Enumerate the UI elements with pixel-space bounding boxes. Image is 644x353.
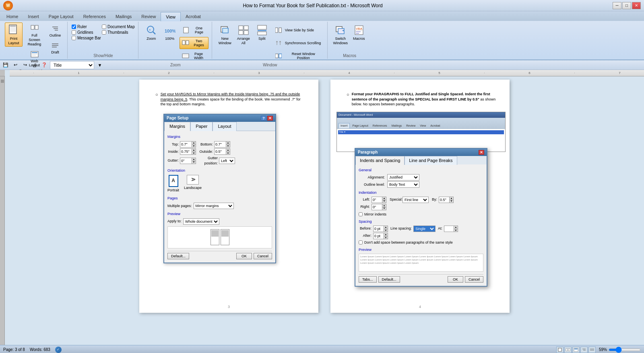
indent-left-input[interactable]: ▲ ▼ xyxy=(372,197,386,203)
tabs-button[interactable]: Tabs... xyxy=(359,276,377,283)
spacing-before-value[interactable] xyxy=(374,227,384,231)
margin-gutter-value[interactable] xyxy=(180,159,192,163)
redo-button[interactable]: ↪ xyxy=(21,61,29,69)
paper-tab[interactable]: Paper xyxy=(190,122,213,131)
page-width-button[interactable]: Page Width xyxy=(180,50,208,62)
tab-home[interactable]: Home xyxy=(2,12,23,21)
indent-left-value[interactable] xyxy=(372,198,382,202)
outline-level-select[interactable]: Body Text xyxy=(387,181,419,188)
close-button[interactable]: ✕ xyxy=(632,2,641,9)
document-map-checkbox[interactable]: Document Map xyxy=(102,24,135,29)
tab-references[interactable]: References xyxy=(78,12,111,21)
print-layout-button[interactable]: PrintLayout xyxy=(5,23,23,47)
multiple-pages-select[interactable]: Mirror margins xyxy=(194,203,234,209)
margins-tab[interactable]: Margins xyxy=(164,122,190,131)
mirror-indents-check[interactable] xyxy=(359,212,363,216)
zoom-slider[interactable] xyxy=(609,349,641,351)
dialog-help-btn[interactable]: ? xyxy=(261,116,266,121)
undo-button[interactable]: ↩ xyxy=(11,61,19,69)
arrange-all-button[interactable]: ArrangeAll xyxy=(235,23,252,47)
margin-gutter-input[interactable]: ▲ ▼ xyxy=(180,158,196,164)
spin-down-b[interactable]: ▼ xyxy=(226,144,230,147)
dialog-close-btn[interactable]: ✕ xyxy=(267,116,273,121)
margin-top-input[interactable]: ▲ ▼ xyxy=(180,141,196,148)
gridlines-checkbox[interactable]: Gridlines xyxy=(72,30,101,35)
alignment-select[interactable]: Justified xyxy=(387,174,419,181)
message-bar-checkbox[interactable]: Message Bar xyxy=(72,35,101,41)
line-page-breaks-tab[interactable]: Line and Page Breaks xyxy=(405,156,457,165)
cancel-button[interactable]: Cancel xyxy=(254,253,272,259)
synchronous-scrolling-button[interactable]: Synchronous Scrolling xyxy=(272,37,324,49)
margin-bottom-value[interactable] xyxy=(215,142,226,146)
split-button[interactable]: Split xyxy=(253,23,271,42)
100-percent-button[interactable]: 100% 100% xyxy=(161,23,179,42)
margin-outside-value[interactable] xyxy=(215,150,226,154)
full-screen-reading-button[interactable]: Full ScreenReading xyxy=(23,23,45,47)
indent-right-value[interactable] xyxy=(372,205,382,209)
tab-view[interactable]: View xyxy=(161,12,181,21)
tab-acrobat[interactable]: Acrobat xyxy=(181,12,206,21)
by-value[interactable] xyxy=(439,198,449,202)
reset-window-position-button[interactable]: Reset Window Position xyxy=(272,50,324,62)
message-bar-check[interactable] xyxy=(72,36,76,40)
default-button[interactable]: Default... xyxy=(167,253,189,259)
spacing-before-input[interactable]: ▲ ▼ xyxy=(373,226,388,232)
print-view-btn[interactable] xyxy=(556,347,564,353)
dont-add-space-check[interactable] xyxy=(359,240,363,244)
margin-outside-input[interactable]: ▲ ▼ xyxy=(214,148,230,155)
save-button[interactable]: 💾 xyxy=(2,61,10,69)
style-dropdown[interactable]: Title Normal Heading 1 xyxy=(50,61,94,69)
switch-windows-button[interactable]: SwitchWindows xyxy=(332,23,349,47)
layout-tab[interactable]: Layout xyxy=(213,122,236,131)
spin-down-g[interactable]: ▼ xyxy=(192,161,196,164)
spin-down-i[interactable]: ▼ xyxy=(192,152,196,154)
spacing-after-value[interactable] xyxy=(374,234,384,238)
ruler-checkbox[interactable]: Ruler xyxy=(72,24,101,29)
ruler-check[interactable] xyxy=(72,25,76,29)
margin-inside-value[interactable] xyxy=(180,150,192,154)
one-page-button[interactable]: One Page xyxy=(180,24,208,36)
landscape-option[interactable]: A Landscape xyxy=(184,175,202,193)
new-window-button[interactable]: NewWindow xyxy=(216,23,234,47)
help-button[interactable]: ❓ xyxy=(40,61,48,69)
margin-top-value[interactable] xyxy=(180,142,192,146)
full-screen-view-btn[interactable] xyxy=(564,347,572,353)
outline-view-btn[interactable] xyxy=(580,347,588,353)
para-close-btn[interactable]: ✕ xyxy=(479,150,484,155)
gutter-position-select[interactable]: Left xyxy=(219,158,235,164)
thumbnails-check[interactable] xyxy=(102,30,106,35)
margin-inside-input[interactable]: ▲ ▼ xyxy=(180,148,196,155)
tab-review[interactable]: Review xyxy=(136,12,161,21)
minimize-button[interactable]: ─ xyxy=(613,2,621,9)
para-cancel-button[interactable]: Cancel xyxy=(465,276,483,283)
web-view-btn[interactable] xyxy=(572,347,580,353)
para-ok-button[interactable]: OK xyxy=(448,276,463,283)
macros-button[interactable]: VBA Macros xyxy=(350,23,368,42)
tab-insert[interactable]: Insert xyxy=(23,12,44,21)
side-scroll-up[interactable] xyxy=(1,80,4,83)
paragraph-dialog[interactable]: Paragraph ✕ Indents and Spacing Line and… xyxy=(355,148,487,287)
spin-down-o[interactable]: ▼ xyxy=(226,152,230,154)
outline-button[interactable]: Outline xyxy=(46,23,64,39)
page-area[interactable]: ○ Set your MARGINS to Mirror Margins wit… xyxy=(5,76,644,345)
style-options-button[interactable]: ▼ xyxy=(96,61,104,69)
tab-page-layout[interactable]: Page Layout xyxy=(44,12,78,21)
portrait-option[interactable]: A Portrait xyxy=(167,175,179,193)
para-default-button[interactable]: Default... xyxy=(378,276,400,283)
draft-view-btn[interactable] xyxy=(588,347,596,353)
apply-to-select[interactable]: Whole document xyxy=(183,218,219,225)
maximize-button[interactable]: □ xyxy=(622,2,631,9)
indent-right-input[interactable]: ▲ ▼ xyxy=(372,204,386,210)
gridlines-check[interactable] xyxy=(72,30,76,35)
proofing-icon[interactable]: ✓ xyxy=(55,347,62,353)
ok-button[interactable]: OK xyxy=(236,253,252,259)
spin-down[interactable]: ▼ xyxy=(192,144,196,147)
draft-button[interactable]: Draft xyxy=(46,39,64,55)
two-pages-button[interactable]: Two Pages xyxy=(180,37,208,49)
page-setup-dialog[interactable]: Page Setup ? ✕ Margins Paper Layout Marg… xyxy=(163,114,276,263)
line-spacing-select[interactable]: Single xyxy=(413,226,436,232)
by-input[interactable]: ▲ ▼ xyxy=(439,197,454,203)
at-input[interactable]: ▲ ▼ xyxy=(444,226,458,232)
tab-mailings[interactable]: Mailings xyxy=(111,12,136,21)
zoom-button[interactable]: + Zoom xyxy=(142,23,160,42)
